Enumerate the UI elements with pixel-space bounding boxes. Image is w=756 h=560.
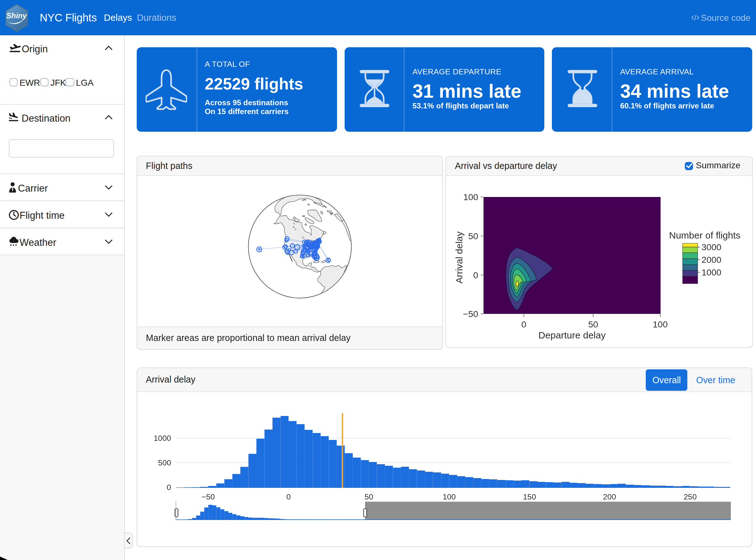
svg-text:500: 500 [158, 459, 171, 467]
svg-text:Departure delay: Departure delay [538, 329, 606, 340]
svg-text:−50: −50 [201, 493, 214, 501]
svg-text:1000: 1000 [154, 434, 171, 442]
svg-text:0: 0 [166, 483, 171, 492]
svg-text:50: 50 [364, 493, 373, 501]
svg-text:150: 150 [523, 493, 535, 501]
svg-text:0: 0 [286, 493, 290, 501]
svg-text:100: 100 [442, 493, 455, 501]
svg-text:Arrival delay: Arrival delay [454, 231, 464, 283]
svg-text:100: 100 [463, 192, 478, 202]
svg-text:Shiny: Shiny [6, 11, 27, 20]
svg-text:50: 50 [468, 231, 478, 241]
svg-text:200: 200 [602, 493, 615, 501]
svg-text:3000: 3000 [701, 242, 721, 252]
svg-text:0: 0 [473, 270, 478, 280]
svg-text:100: 100 [653, 319, 668, 329]
svg-text:Number of flights: Number of flights [669, 230, 740, 240]
svg-text:1000: 1000 [701, 267, 721, 277]
svg-text:50: 50 [588, 319, 598, 329]
svg-text:2000: 2000 [701, 254, 721, 264]
svg-text:−50: −50 [463, 308, 478, 319]
svg-text:250: 250 [683, 493, 696, 501]
svg-text:0: 0 [521, 319, 526, 329]
